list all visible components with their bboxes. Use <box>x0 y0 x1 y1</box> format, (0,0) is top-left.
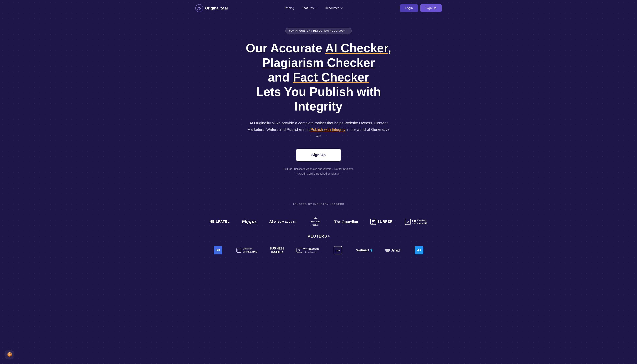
logo-flippa: Flippa. <box>236 215 263 228</box>
logos-row-1: NEILPATEL Flippa. M OTION INVEST TheNew … <box>195 213 442 242</box>
plagiarism-checker-link[interactable]: Plagiarism Checker <box>262 56 375 70</box>
logo-dotdash: D Dotdashmeredit <box>399 215 434 229</box>
logo-walmart: Walmart ✳ <box>350 244 379 256</box>
logo-guardian: The Guardian <box>328 216 364 228</box>
logo-link[interactable]: Originality.ai <box>195 4 228 12</box>
logo-surfer: SURFER <box>364 215 399 229</box>
login-button[interactable]: Login <box>400 4 418 12</box>
main-nav: Originality.ai Pricing Features Resource… <box>180 0 457 16</box>
logo-att: AT&T <box>379 244 407 256</box>
nav-features[interactable]: Features <box>302 6 317 10</box>
signup-hero-button[interactable]: Sign Up <box>296 149 341 161</box>
hero-note: Built for Publishers, Agencies and Write… <box>237 167 400 176</box>
chevron-down-icon <box>315 7 317 10</box>
logo-diggity: DIGGITYMARKETING <box>230 244 264 257</box>
trusted-section: TRUSTED BY INDUSTRY LEADERS NEILPATEL Fl… <box>0 191 637 266</box>
logo-motion-invest: M OTION INVEST <box>263 215 303 228</box>
hero-section: 99% AI CONTENT DETECTION ACCURACY › Our … <box>233 16 404 191</box>
svg-point-2 <box>199 9 200 10</box>
nav-buttons: Login Sign Up <box>400 4 442 12</box>
fact-checker-link[interactable]: Fact Checker <box>293 70 369 84</box>
signup-nav-button[interactable]: Sign Up <box>420 4 442 12</box>
chevron-down-icon-2 <box>340 7 343 10</box>
logo-text: Originality.ai <box>205 6 228 10</box>
diggity-icon <box>236 248 242 253</box>
logo-gm: gm <box>326 242 350 258</box>
logo-aa: AA <box>407 242 432 258</box>
logo-nyt: TheNew YorkTimes <box>303 213 328 230</box>
accuracy-badge: 99% AI CONTENT DETECTION ACCURACY › <box>285 28 352 34</box>
badge-text: 99% AI CONTENT DETECTION ACCURACY <box>289 30 345 32</box>
logo-reuters: REUTERS ® <box>302 230 336 242</box>
logo-icon <box>195 4 203 12</box>
trusted-label: TRUSTED BY INDUSTRY LEADERS <box>8 203 630 206</box>
logo-business-insider: BUSINESSINSIDER <box>264 243 290 258</box>
hero-subtitle: At Originality.ai we provide a complete … <box>246 120 390 139</box>
cookie-icon: 🍪 <box>7 352 12 357</box>
badge-arrow: › <box>346 30 348 32</box>
logo-writeaccess: ✎ writeaccessby rockcontent <box>290 243 326 257</box>
hero-title: Our Accurate AI Checker, Plagiarism Chec… <box>237 41 400 114</box>
logo-gd: GD <box>206 242 230 258</box>
ai-checker-link[interactable]: AI Checker <box>325 41 388 55</box>
logos-row-2: GD DIGGITYMARKETING BUSINESSINSIDER <box>195 242 442 258</box>
nav-links: Pricing Features Resources <box>285 6 343 10</box>
cookie-notice-button[interactable]: 🍪 <box>4 350 14 360</box>
nav-pricing[interactable]: Pricing <box>285 6 294 10</box>
svg-point-0 <box>196 4 203 12</box>
publish-integrity-link[interactable]: Publish with Integrity <box>310 128 345 132</box>
logo-neilpatel: NEILPATEL <box>204 216 236 228</box>
nav-resources[interactable]: Resources <box>325 6 343 10</box>
